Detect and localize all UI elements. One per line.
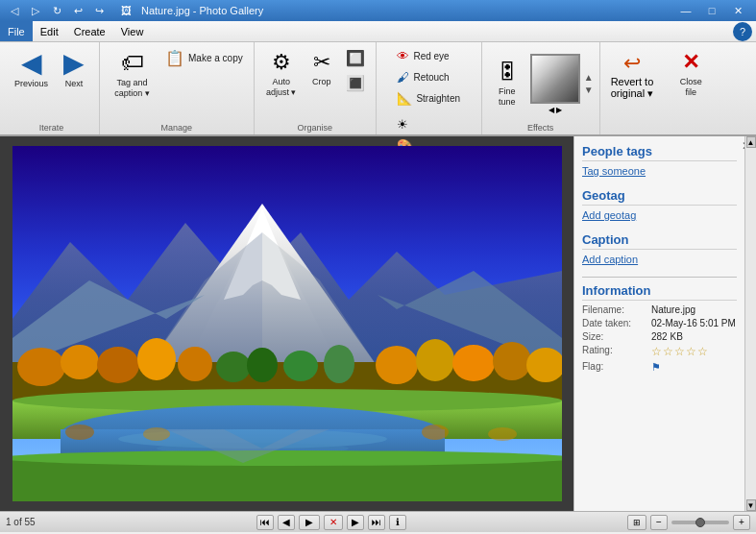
flag-row: Flag: ⚑ xyxy=(582,361,737,374)
qat-forward[interactable]: ▷ xyxy=(27,2,44,19)
effect-nav-up[interactable]: ▲ xyxy=(584,72,594,83)
menu-create[interactable]: Create xyxy=(66,21,113,41)
straighten-button[interactable]: 📐 Straighten xyxy=(392,88,465,109)
geotag-title: Geotag xyxy=(582,188,737,206)
svg-point-34 xyxy=(422,425,449,440)
extra-icon2: 🔳 xyxy=(346,74,365,92)
add-caption-link[interactable]: Add caption xyxy=(582,254,737,265)
date-taken-label: Date taken: xyxy=(582,318,651,328)
extra-btn2[interactable]: 🔳 xyxy=(341,71,370,95)
info-table: Filename: Nature.jpg Date taken: 02-May-… xyxy=(582,304,737,374)
svg-point-10 xyxy=(17,348,65,386)
people-tags-title: People tags xyxy=(582,144,737,161)
nav-prev-button[interactable]: ◀ xyxy=(278,515,295,530)
exposure-button[interactable]: ☀ xyxy=(392,114,417,134)
auto-adjust-button[interactable]: ⚙ Autoadjust ▾ xyxy=(260,46,303,102)
rating-label: Rating: xyxy=(582,345,651,358)
maximize-button[interactable]: □ xyxy=(699,2,724,19)
title-bar-text: Nature.jpg - Photo Gallery xyxy=(141,5,263,16)
next-button[interactable]: ▶ Next xyxy=(55,46,93,93)
add-geotag-link[interactable]: Add geotag xyxy=(582,209,737,221)
zoom-in-button[interactable]: + xyxy=(733,515,750,530)
previous-label: Previous xyxy=(14,79,48,89)
photo-position: 1 of 55 xyxy=(6,517,36,527)
rating-value[interactable]: ☆☆☆☆☆ xyxy=(651,345,709,358)
nav-next-button[interactable]: ▶ xyxy=(347,515,364,530)
scroll-up-arrow[interactable]: ▲ xyxy=(746,136,756,148)
menu-file[interactable]: File xyxy=(0,21,33,41)
tag-someone-link[interactable]: Tag someone xyxy=(582,165,737,177)
zoom-out-button[interactable]: − xyxy=(650,515,668,530)
red-eye-button[interactable]: 👁 Red eye xyxy=(392,46,465,66)
close-button[interactable]: ✕ xyxy=(725,2,750,19)
ribbon-group-adjustments: 👁 Red eye 🖌 Retouch 📐 Straighten ☀ 🎨 xyxy=(377,42,482,134)
info-button[interactable]: ℹ xyxy=(389,515,406,530)
minimize-button[interactable]: — xyxy=(673,2,698,19)
rating-row: Rating: ☆☆☆☆☆ xyxy=(582,345,737,358)
fine-tune-button[interactable]: 🎛 Finetune xyxy=(488,56,526,111)
retouch-button[interactable]: 🖌 Retouch xyxy=(392,67,465,87)
iterate-buttons: ◀ Previous ▶ Next xyxy=(10,46,93,121)
flag-label: Flag: xyxy=(582,361,651,374)
organise-buttons: ⚙ Autoadjust ▾ ✂ Crop 🔲 🔳 xyxy=(260,46,370,121)
nav-last-button[interactable]: ⏭ xyxy=(368,515,385,530)
status-right-controls: ⊞ − + xyxy=(627,515,750,530)
retouch-icon: 🖌 xyxy=(397,70,409,85)
zoom-fit-button[interactable]: ⊞ xyxy=(627,515,646,530)
app-icon: 🖼 xyxy=(121,5,132,16)
delete-button[interactable]: ✕ xyxy=(324,515,343,530)
ribbon-group-revert: ↩ Revert tooriginal ▾ xyxy=(600,42,665,134)
qat-undo[interactable]: ↩ xyxy=(69,2,86,19)
next-icon: ▶ xyxy=(63,50,85,77)
qat-back[interactable]: ◁ xyxy=(6,2,23,19)
red-eye-label: Red eye xyxy=(413,51,449,61)
extra-icon1: 🔲 xyxy=(346,49,365,67)
effect-nav-down[interactable]: ▼ xyxy=(584,85,594,95)
menu-edit[interactable]: Edit xyxy=(33,21,66,41)
close-file-label: Closefile xyxy=(680,77,702,98)
nav-first-button[interactable]: ⏮ xyxy=(256,515,274,530)
organise-col3: 🔲 🔳 xyxy=(341,46,370,95)
status-center-controls: ⏮ ◀ ▶ ✕ ▶ ⏭ ℹ xyxy=(256,515,406,530)
ribbon-group-effects: 🎛 Finetune ◀ ▶ ▲ ▼ Effects xyxy=(482,42,600,134)
exposure-icon: ☀ xyxy=(397,117,408,132)
main-content: ✕ People tags Tag someone Geotag Add geo… xyxy=(0,136,756,511)
svg-point-14 xyxy=(178,347,212,381)
slideshow-button[interactable]: ▶ xyxy=(299,515,320,530)
svg-point-35 xyxy=(488,427,517,441)
svg-point-32 xyxy=(65,425,94,440)
fine-tune-label: Finetune xyxy=(499,86,516,108)
panel-divider xyxy=(582,277,737,278)
tag-caption-button[interactable]: 🏷 Tag andcaption ▾ xyxy=(106,46,159,102)
close-file-button[interactable]: ✕ Closefile xyxy=(670,46,712,102)
help-button[interactable]: ? xyxy=(733,22,752,41)
scroll-down-arrow[interactable]: ▼ xyxy=(746,499,756,511)
caption-section: Caption Add caption xyxy=(582,232,737,265)
effect-scroll-up[interactable]: ◀ xyxy=(549,106,554,114)
zoom-slider[interactable] xyxy=(671,521,729,524)
svg-point-21 xyxy=(247,348,278,382)
qat-redo[interactable]: ↪ xyxy=(90,2,108,19)
svg-point-17 xyxy=(452,345,495,381)
iterate-group-label: Iterate xyxy=(39,123,64,133)
menu-view[interactable]: View xyxy=(113,21,152,41)
qat-refresh[interactable]: ↻ xyxy=(48,2,65,19)
close-file-content: ✕ Closefile xyxy=(670,46,712,131)
flag-value[interactable]: ⚑ xyxy=(651,361,661,374)
filename-value: Nature.jpg xyxy=(651,304,695,315)
side-panel-scrollbar[interactable]: ▲ ▼ xyxy=(744,136,756,511)
crop-icon: ✂ xyxy=(313,50,330,75)
tag-caption-label: Tag andcaption ▾ xyxy=(114,78,150,99)
make-copy-button[interactable]: 📋 Make a copy xyxy=(160,46,248,70)
effect-scroll-down[interactable]: ▶ xyxy=(556,106,562,114)
zoom-thumb[interactable] xyxy=(695,518,705,527)
previous-button[interactable]: ◀ Previous xyxy=(10,46,53,93)
fine-tune-icon: 🎛 xyxy=(497,60,518,85)
ribbon-group-manage: 🏷 Tag andcaption ▾ 📋 Make a copy Manage xyxy=(100,42,255,134)
size-label: Size: xyxy=(582,331,651,342)
effect-thumbnail[interactable] xyxy=(530,54,580,104)
revert-button[interactable]: ↩ Revert tooriginal ▾ xyxy=(606,46,659,105)
crop-button[interactable]: ✂ Crop xyxy=(305,46,339,91)
extra-btn1[interactable]: 🔲 xyxy=(341,46,370,70)
manage-col2: 📋 Make a copy xyxy=(160,46,248,70)
